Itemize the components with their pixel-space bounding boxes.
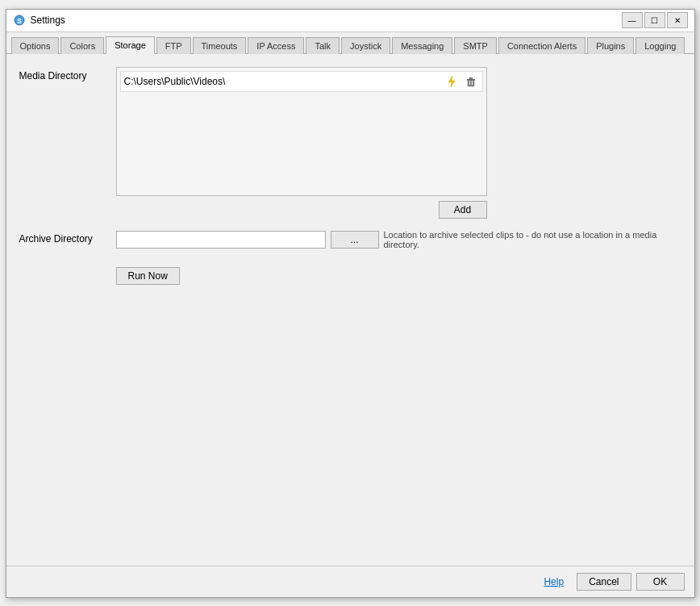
tab-connection-alerts[interactable]: Connection Alerts — [498, 37, 585, 54]
run-now-button[interactable]: Run Now — [116, 267, 180, 285]
media-directory-item-icons — [444, 73, 479, 90]
app-icon: S — [13, 14, 26, 27]
tabs-bar: Options Colors Storage FTP Timeouts IP A… — [6, 32, 694, 54]
archive-directory-row: Archive Directory ... Location to archiv… — [19, 230, 681, 249]
tab-colors[interactable]: Colors — [60, 37, 104, 54]
run-now-spacer — [19, 267, 108, 270]
svg-rect-4 — [469, 77, 473, 79]
media-directory-path: C:\Users\Public\Videos\ — [124, 76, 444, 87]
svg-marker-2 — [448, 76, 455, 87]
tab-messaging[interactable]: Messaging — [392, 37, 452, 54]
add-button-row: Add — [116, 201, 487, 219]
help-link[interactable]: Help — [544, 576, 564, 587]
minimize-button[interactable]: — — [622, 12, 643, 28]
tab-smtp[interactable]: SMTP — [454, 37, 497, 54]
tab-storage[interactable]: Storage — [106, 36, 155, 54]
media-directory-label: Media Directory — [19, 67, 108, 81]
svg-rect-5 — [467, 79, 475, 81]
title-bar: S Settings — ☐ ✕ — [6, 10, 694, 32]
browse-button[interactable]: ... — [331, 231, 379, 249]
tab-logging[interactable]: Logging — [635, 37, 685, 54]
ok-button[interactable]: OK — [636, 573, 685, 591]
run-now-row: Run Now — [19, 267, 681, 285]
maximize-button[interactable]: ☐ — [644, 12, 665, 28]
tab-plugins[interactable]: Plugins — [587, 37, 634, 54]
archive-directory-container: ... Location to archive selected clips t… — [116, 230, 674, 249]
media-directory-row: Media Directory C:\Users\Public\Videos\ — [19, 67, 681, 219]
window-controls: — ☐ ✕ — [622, 12, 688, 28]
lightning-icon[interactable] — [444, 73, 460, 90]
tab-options[interactable]: Options — [11, 37, 60, 54]
svg-text:S: S — [16, 17, 21, 25]
settings-window: S Settings — ☐ ✕ Options Colors Storage … — [6, 9, 695, 598]
footer: Help Cancel OK — [6, 566, 694, 597]
delete-icon[interactable] — [463, 73, 479, 90]
main-content: Media Directory C:\Users\Public\Videos\ — [6, 54, 694, 566]
cancel-button[interactable]: Cancel — [577, 573, 631, 591]
archive-directory-label: Archive Directory — [19, 230, 108, 244]
tab-ip-access[interactable]: IP Access — [248, 37, 304, 54]
archive-hint: Location to archive selected clips to - … — [384, 230, 674, 249]
add-button[interactable]: Add — [439, 201, 487, 219]
archive-directory-input[interactable] — [116, 231, 326, 249]
tab-talk[interactable]: Talk — [306, 37, 340, 54]
tab-timeouts[interactable]: Timeouts — [193, 37, 247, 54]
window-title: Settings — [31, 15, 622, 26]
tab-ftp[interactable]: FTP — [156, 37, 191, 54]
media-directory-item: C:\Users\Public\Videos\ — [120, 71, 483, 92]
media-directory-container: C:\Users\Public\Videos\ — [116, 67, 487, 219]
tab-joystick[interactable]: Joystick — [341, 37, 390, 54]
media-directory-list[interactable]: C:\Users\Public\Videos\ — [116, 67, 487, 196]
storage-form: Media Directory C:\Users\Public\Videos\ — [19, 67, 681, 285]
close-button[interactable]: ✕ — [667, 12, 688, 28]
